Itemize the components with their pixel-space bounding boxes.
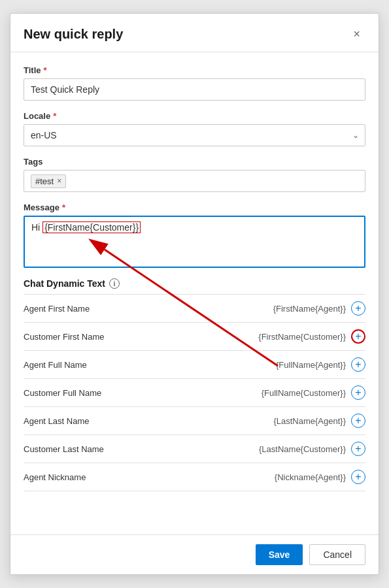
message-field-group: Message * Hi {FirstName{Customer}} <box>24 203 365 268</box>
dynamic-row: Agent First Name {FirstName{Agent}} + <box>24 295 365 323</box>
title-field-group: Title * <box>24 65 365 101</box>
add-agent-fullname-button[interactable]: + <box>351 357 365 372</box>
dynamic-row-label: Agent Full Name <box>24 360 276 370</box>
dynamic-row-label: Customer Last Name <box>24 444 259 454</box>
dialog-header: New quick reply × <box>10 14 379 52</box>
dynamic-row: Customer Last Name {LastName{Customer}} … <box>24 435 365 463</box>
dynamic-row: Agent Last Name {LastName{Agent}} + <box>24 407 365 435</box>
required-star: * <box>44 65 47 75</box>
add-agent-nickname-button[interactable]: + <box>351 470 365 484</box>
dynamic-row-code: {LastName{Customer}} <box>259 444 346 454</box>
dynamic-row-right: {FullName{Customer}} + <box>262 385 365 400</box>
dialog-body: Title * Locale * en-US fr-FR de-DE es-ES… <box>10 52 379 534</box>
dynamic-row-label: Agent First Name <box>24 304 273 314</box>
dynamic-row-customer-firstname: Customer First Name {FirstName{Customer}… <box>24 323 365 351</box>
dynamic-row-label: Customer First Name <box>24 332 258 342</box>
dynamic-row-code: {FullName{Customer}} <box>262 388 346 398</box>
message-prefix: Hi <box>31 222 42 233</box>
dynamic-row-code: {LastName{Agent}} <box>273 416 346 426</box>
title-label: Title * <box>24 65 365 75</box>
dynamic-row-right: {FirstName{Customer}} + <box>258 329 365 344</box>
dynamic-row-code: {FullName{Agent}} <box>276 360 346 370</box>
dynamic-row-label: Agent Nickname <box>24 472 275 482</box>
add-agent-firstname-button[interactable]: + <box>351 301 365 316</box>
dynamic-row-right: {Nickname{Agent}} + <box>275 470 365 484</box>
dialog-footer: Save Cancel <box>10 534 379 574</box>
tag-item: #test × <box>31 174 66 188</box>
dynamic-row: Customer Full Name {FullName{Customer}} … <box>24 379 365 407</box>
locale-field-group: Locale * en-US fr-FR de-DE es-ES ⌄ <box>24 111 365 146</box>
tags-field-group: Tags #test × <box>24 157 365 192</box>
locale-select-wrapper: en-US fr-FR de-DE es-ES ⌄ <box>24 124 365 146</box>
dynamic-row-right: {LastName{Customer}} + <box>259 442 365 456</box>
dynamic-row: Agent Nickname {Nickname{Agent}} + <box>24 463 365 491</box>
locale-select[interactable]: en-US fr-FR de-DE es-ES <box>24 124 365 146</box>
dynamic-row: Agent Full Name {FullName{Agent}} + <box>24 351 365 379</box>
dynamic-row-right: {LastName{Agent}} + <box>273 414 365 428</box>
message-wrapper: Hi {FirstName{Customer}} <box>24 216 365 268</box>
dialog-title: New quick reply <box>24 27 123 42</box>
required-star-message: * <box>62 203 65 212</box>
dynamic-row-right: {FullName{Agent}} + <box>276 357 365 372</box>
add-customer-fullname-button[interactable]: + <box>351 385 365 400</box>
message-input[interactable]: Hi {FirstName{Customer}} <box>24 216 365 268</box>
title-input[interactable] <box>24 78 365 101</box>
dynamic-row-code: {FirstName{Agent}} <box>273 304 346 314</box>
add-customer-lastname-button[interactable]: + <box>351 442 365 456</box>
info-icon[interactable]: i <box>109 278 120 289</box>
message-dynamic-tag: {FirstName{Customer}} <box>42 221 141 233</box>
new-quick-reply-dialog: New quick reply × Title * Locale * en-US… <box>10 13 379 575</box>
tag-remove-icon[interactable]: × <box>57 177 61 185</box>
chat-dynamic-section: Chat Dynamic Text i Agent First Name {Fi… <box>24 278 365 491</box>
dynamic-row-right: {FirstName{Agent}} + <box>273 301 365 316</box>
add-customer-firstname-button[interactable]: + <box>351 329 365 344</box>
save-button[interactable]: Save <box>256 544 303 565</box>
dynamic-row-label: Agent Last Name <box>24 416 273 426</box>
locale-label: Locale * <box>24 111 365 121</box>
tag-text: #test <box>35 176 54 186</box>
dynamic-row-code: {Nickname{Agent}} <box>275 472 346 482</box>
dynamic-list: Agent First Name {FirstName{Agent}} + Cu… <box>24 294 365 491</box>
tags-input[interactable]: #test × <box>24 170 365 192</box>
chat-dynamic-title: Chat Dynamic Text i <box>24 278 365 289</box>
tags-label: Tags <box>24 157 365 167</box>
dynamic-row-label: Customer Full Name <box>24 388 262 398</box>
required-star-locale: * <box>53 111 56 121</box>
message-label: Message * <box>24 203 365 212</box>
dynamic-row-code: {FirstName{Customer}} <box>258 332 346 342</box>
add-agent-lastname-button[interactable]: + <box>351 414 365 428</box>
close-button[interactable]: × <box>348 25 365 42</box>
cancel-button[interactable]: Cancel <box>309 544 365 565</box>
